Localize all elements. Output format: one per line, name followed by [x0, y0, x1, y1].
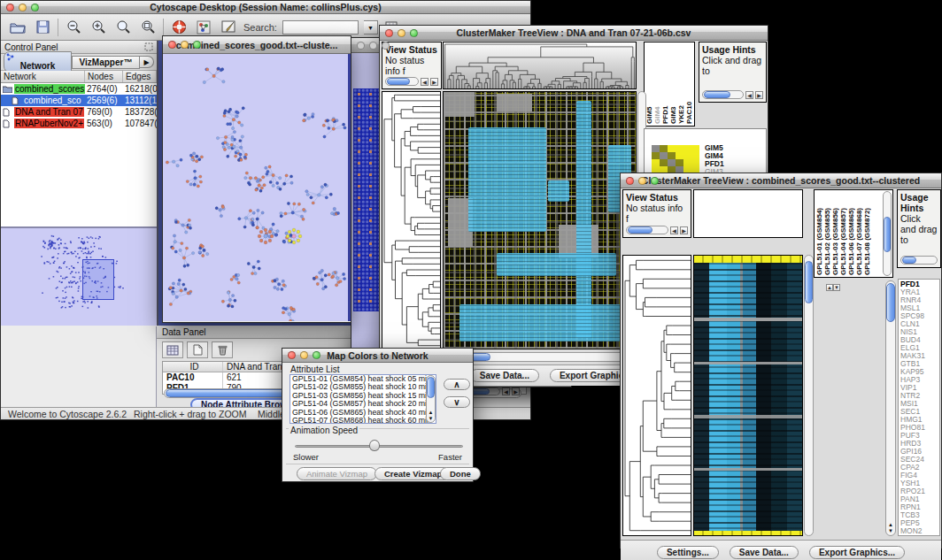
scroll-right-icon[interactable]: ▶ [512, 387, 520, 395]
zoom-window-icon[interactable] [410, 29, 418, 37]
close-icon[interactable] [626, 177, 634, 185]
gene-label[interactable]: MSL1 [900, 304, 938, 312]
scroll-arrows[interactable]: ▲▼ [886, 522, 895, 534]
gene-label[interactable]: HMG1 [900, 416, 938, 424]
network-name[interactable]: combined_scores [14, 84, 85, 94]
gene-label[interactable]: SPC98 [900, 312, 938, 320]
more-tabs-button[interactable]: ▶ [140, 56, 154, 68]
gene-label[interactable]: SEC1 [900, 408, 938, 416]
column-label[interactable]: GPL51-03 (GSM856) [831, 192, 839, 275]
move-attribute-down-button[interactable]: ∨ [444, 396, 470, 408]
slider-thumb[interactable] [369, 440, 380, 451]
search-input[interactable] [282, 20, 359, 35]
zoom-window-icon[interactable] [382, 42, 390, 50]
gene-label[interactable]: RPO21 [900, 487, 938, 495]
tv2-gene-list-scrollbar[interactable]: ▲▼ [885, 280, 896, 536]
window-controls[interactable] [357, 42, 390, 50]
gene-label[interactable]: NIS1 [900, 328, 938, 336]
column-label[interactable]: GPL51-08 (GSM872) [863, 192, 871, 275]
gene-label[interactable]: HRD3 [900, 440, 938, 448]
zoom-selected-button[interactable] [113, 19, 133, 36]
close-icon[interactable] [385, 29, 393, 37]
gene-label[interactable]: YRA1 [900, 288, 938, 296]
network-name[interactable]: RNAPuberNov2+ [14, 119, 84, 128]
gene-label[interactable]: MSI1 [900, 400, 938, 408]
gene-label[interactable]: PEP5 [900, 519, 938, 527]
settings-button[interactable]: Settings... [657, 546, 719, 559]
gene-label[interactable]: HAP3 [900, 376, 938, 384]
gene-label[interactable]: GIM5 [705, 144, 760, 152]
gene-label[interactable]: TCB3 [900, 511, 938, 519]
gene-label[interactable]: YSH1 [900, 479, 938, 487]
overview-viewport-rect[interactable] [82, 259, 114, 300]
network-manager-icon[interactable] [194, 19, 213, 36]
network-graph[interactable] [163, 54, 349, 321]
gene-label[interactable]: RPN1 [900, 503, 938, 511]
float-panel-icon[interactable] [144, 42, 153, 51]
open-session-button[interactable] [8, 19, 27, 36]
attribute-item[interactable]: GPL51-07 (GSM868) heat shock 60 min [290, 417, 436, 424]
minimize-icon[interactable] [300, 351, 308, 359]
attribute-list-scrollbar[interactable]: ▲▼ [426, 375, 436, 423]
column-label[interactable]: GPL51-06 (GSM865) [847, 192, 855, 275]
network-table-row[interactable]: combined_sco2569(6)13112(15) [1, 95, 157, 106]
window-controls[interactable] [385, 29, 418, 37]
gene-label[interactable]: GTB1 [900, 360, 938, 368]
close-icon[interactable] [168, 41, 176, 49]
attribute-select-button[interactable] [162, 341, 183, 358]
column-label[interactable]: PAC10 [685, 44, 693, 124]
tv2-column-labels[interactable]: GPL51-01 (GSM854)GPL51-02 (GSM855)GPL51-… [814, 189, 893, 278]
zoom-window-icon[interactable] [31, 4, 39, 12]
gene-label[interactable]: RNR4 [900, 296, 938, 304]
column-label[interactable]: GPL51-04 (GSM857) [839, 192, 847, 275]
save-session-button[interactable] [33, 19, 52, 36]
zoom-in-button[interactable] [89, 19, 108, 36]
usage-hints-scrollbar[interactable] [900, 256, 938, 265]
tv2-heatmap[interactable] [693, 255, 803, 536]
column-label[interactable]: YKE2 [677, 44, 685, 124]
minimize-icon[interactable] [398, 29, 405, 37]
animate-vizmap-button[interactable]: Animate Vizmap [297, 467, 377, 480]
data-panel-hscrollbar-right[interactable]: ◀ ▶ [468, 387, 520, 395]
zoom-window-icon[interactable] [193, 41, 201, 49]
tv2-gene-list[interactable]: PFD1YRA1RNR4MSL1SPC98CLN1NIS1BUD4ELG1MAK… [898, 279, 940, 536]
minimize-icon[interactable] [369, 42, 377, 50]
zoom-window-icon[interactable] [313, 351, 320, 359]
gene-label[interactable]: CLN1 [900, 320, 938, 328]
tv1-title-bar[interactable]: ClusterMaker TreeView : DNA and Tran 07-… [380, 26, 768, 41]
scroll-left-icon[interactable]: ◀ [745, 91, 753, 99]
gene-label[interactable]: KAP95 [900, 368, 938, 376]
view-status-scrollbar[interactable] [626, 226, 668, 234]
save-data-button[interactable]: Save Data... [730, 546, 799, 559]
tv2-label-scroll-arrows[interactable]: ▲▼ [826, 280, 834, 291]
scroll-left-icon[interactable]: ◀ [502, 387, 510, 395]
gene-label[interactable]: PUF3 [900, 432, 938, 440]
column-label[interactable]: GPL51-07 (GSM868) [855, 192, 863, 275]
search-dropdown-button[interactable]: ▼ [364, 20, 378, 35]
delete-attribute-button[interactable] [212, 341, 233, 358]
attribute-list[interactable]: GPL51-01 (GSM854) heat shock 05 minGPL51… [290, 374, 436, 424]
gene-label[interactable]: PFD1 [705, 160, 760, 168]
main-title-bar[interactable]: Cytoscape Desktop (Session Name: collins… [1, 1, 530, 14]
tab-network[interactable]: Network [4, 51, 72, 73]
export-graphics-button[interactable]: Export Graphics... [809, 546, 905, 559]
scroll-right-icon[interactable]: ▶ [430, 78, 438, 86]
minimize-icon[interactable] [181, 41, 189, 49]
minimize-icon[interactable] [19, 4, 27, 12]
network-overview-panel[interactable] [1, 228, 157, 326]
tv1-column-labels[interactable]: GIM5GIM4PFD1GIM3YKE2PAC10 [644, 42, 695, 127]
zoom-window-icon[interactable] [651, 177, 659, 185]
network-name[interactable]: DNA and Tran 07 [14, 107, 84, 117]
tv1-row-dendrogram[interactable] [382, 91, 441, 349]
minimize-icon[interactable] [638, 177, 646, 185]
gene-label[interactable]: VIP1 [900, 384, 938, 392]
dialog-title-bar[interactable]: Map Colors to Network [282, 349, 473, 363]
window-controls[interactable] [168, 41, 201, 49]
gene-label[interactable]: CPA2 [900, 464, 938, 472]
gene-label[interactable]: ELG1 [900, 344, 938, 352]
column-label[interactable]: GPL51-02 (GSM855) [823, 192, 831, 275]
scroll-right-icon[interactable]: ▶ [755, 91, 763, 99]
zoom-out-button[interactable] [64, 19, 83, 36]
help-button[interactable] [169, 19, 189, 36]
tv2-title-bar[interactable]: ClusterMaker TreeView : combined_scores_… [621, 173, 941, 188]
